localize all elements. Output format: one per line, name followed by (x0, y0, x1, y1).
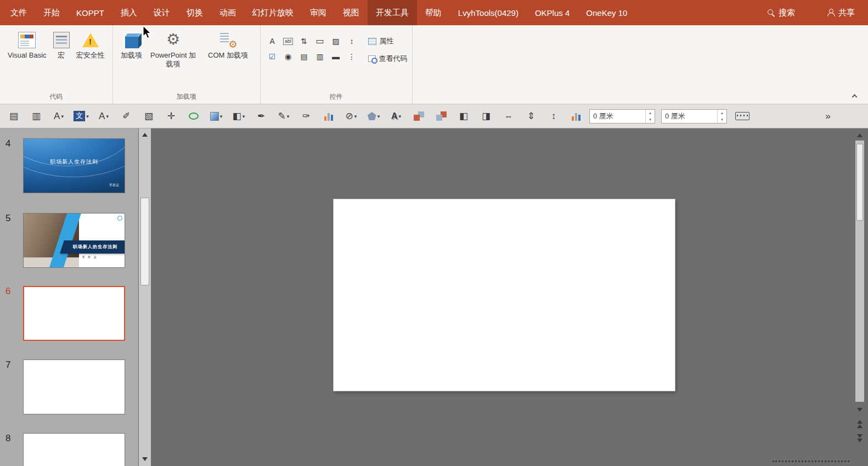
toggle-button-control[interactable]: ▬ (329, 49, 343, 64)
resize-height-icon[interactable]: ↕ (544, 107, 563, 126)
listbox-control[interactable]: ▤ (297, 49, 312, 64)
search-button[interactable]: 搜索 (760, 0, 802, 25)
height-input-spinner[interactable]: ▴▾ (717, 110, 726, 123)
ribbon-tab-14[interactable]: OneKey 10 (578, 0, 635, 25)
column-chart-icon[interactable] (319, 107, 338, 126)
canvas-scroll-down-button[interactable] (855, 404, 865, 415)
spin-up-icon[interactable]: ▴ (646, 110, 655, 116)
ribbon-tabs: 文件开始KOPPT插入设计切换动画幻灯片放映审阅视图开发工具帮助LvyhTool… (0, 0, 635, 25)
ribbon-tab-2[interactable]: KOPPT (68, 0, 112, 25)
image-control[interactable]: ▨ (329, 34, 343, 48)
ribbon-tab-12[interactable]: LvyhTools(0429) (450, 0, 527, 25)
view-code-label: 查看代码 (379, 54, 408, 64)
previous-slide-button[interactable] (855, 418, 865, 429)
slide-thumbnail-8[interactable] (23, 433, 125, 466)
macro-button[interactable]: 宏 (50, 29, 73, 62)
slide-canvas-area (151, 128, 868, 466)
bring-forward-icon[interactable] (409, 107, 428, 126)
thumbnail-scrollbar-thumb[interactable] (140, 198, 149, 285)
text-shadow-icon[interactable]: A▾ (387, 107, 405, 126)
slide-thumbnail-7[interactable] (23, 360, 125, 414)
paint-bucket-icon[interactable]: ◧▾ (229, 107, 248, 126)
visual-basic-button[interactable]: Visual Basic (4, 29, 50, 62)
ribbon-tab-10[interactable]: 开发工具 (368, 0, 417, 25)
spin-down-icon[interactable]: ▾ (646, 116, 655, 123)
distribute-vertical-icon[interactable]: ⇕ (522, 107, 540, 126)
width-input[interactable]: ▴▾ (589, 109, 655, 123)
scrollbar-control[interactable]: ↕ (345, 34, 359, 48)
picture-replace-icon[interactable]: ▧ (139, 107, 158, 126)
height-input-field[interactable] (662, 110, 717, 123)
spin-up-icon[interactable]: ▴ (718, 110, 726, 116)
thumbnail-scroll-up-button[interactable] (139, 130, 151, 139)
ribbon-tab-11[interactable]: 帮助 (417, 0, 450, 25)
slide-thumbnail-6[interactable] (23, 286, 125, 341)
spin-button-control[interactable]: ⇅ (297, 34, 312, 48)
share-button[interactable]: 共享 (820, 0, 868, 25)
macro-icon (53, 32, 70, 48)
oval-tool-icon[interactable] (184, 107, 203, 126)
view-code-button[interactable]: 查看代码 (368, 54, 408, 64)
no-fill-icon[interactable]: ⊘▾ (342, 107, 360, 126)
ribbon-tab-9[interactable]: 视图 (335, 0, 368, 25)
powerpoint-addins-button[interactable]: PowerPoint 加载项 (146, 29, 201, 70)
align-right-objects-icon[interactable]: ◨ (477, 107, 495, 126)
height-input[interactable]: ▴▾ (661, 109, 727, 123)
option-button-control[interactable]: ◉ (281, 49, 296, 64)
slide-thumbnail-4[interactable]: 职场新人生存法则李政达 (23, 138, 125, 193)
canvas-scroll-up-button[interactable] (855, 130, 865, 141)
ribbon-tab-0[interactable]: 文件 (2, 0, 35, 25)
width-input-field[interactable] (590, 110, 645, 123)
oval-tool-icon-shape (189, 113, 199, 120)
next-slide-button[interactable] (855, 433, 865, 443)
position-anchor-icon[interactable]: ✛ (162, 107, 181, 126)
send-backward-icon-shape (436, 111, 447, 121)
properties-button[interactable]: 属性 (368, 36, 408, 46)
text-style-picker[interactable]: A▾ (49, 107, 68, 126)
ribbon-tab-5[interactable]: 切换 (178, 0, 211, 25)
more-controls[interactable]: ⋮ (345, 49, 359, 64)
fill-color-swatch[interactable]: ▾ (207, 107, 226, 126)
slide-editing-surface[interactable] (334, 199, 675, 391)
distribute-columns-icon[interactable]: ▥ (27, 107, 46, 126)
canvas-scrollbar[interactable] (855, 141, 864, 402)
combobox-control[interactable]: ▥ (313, 49, 328, 64)
eyedropper-icon[interactable]: ✒ (252, 107, 270, 126)
canvas-scrollbar-thumb[interactable] (856, 144, 863, 221)
ribbon-tab-4[interactable]: 设计 (145, 0, 178, 25)
distribute-rows-icon[interactable]: ▤ (4, 107, 23, 126)
textbox-control[interactable]: abl (281, 34, 296, 48)
ribbon-tab-13[interactable]: OKPlus 4 (527, 0, 578, 25)
checkbox-control[interactable]: ☑ (265, 49, 280, 64)
ribbon-tab-1[interactable]: 开始 (35, 0, 68, 25)
send-backward-icon-square (436, 115, 442, 121)
pencil-tool-icon[interactable]: ✎▾ (274, 107, 293, 126)
send-backward-icon[interactable] (432, 107, 450, 126)
ribbon-tab-6[interactable]: 动画 (211, 0, 244, 25)
keyboard-icon[interactable] (733, 107, 752, 126)
toolbar-overflow[interactable]: » (819, 107, 837, 126)
label-control[interactable]: A (265, 34, 280, 48)
thumbnail-scroll-down-button[interactable] (139, 454, 151, 464)
shape-tool-icon[interactable]: ▾ (364, 107, 383, 126)
ribbon-tab-3[interactable]: 插入 (112, 0, 145, 25)
font-color-picker[interactable]: A▾ (94, 107, 113, 126)
thumbnail-scrollbar[interactable] (139, 128, 151, 466)
brush-icon[interactable]: ✐ (117, 107, 136, 126)
spin-down-icon[interactable]: ▾ (718, 116, 726, 123)
distribute-horizontal-icon[interactable]: ⇔ (499, 107, 518, 126)
cjk-font-picker-glyph: 文 (74, 111, 85, 121)
chart-size-icon[interactable] (567, 107, 585, 126)
cjk-font-picker[interactable]: 文▾ (72, 107, 91, 126)
ink-picker-icon[interactable]: ✑ (297, 107, 315, 126)
command-button-control[interactable]: ▭ (313, 34, 328, 48)
addins-button[interactable]: 加载项 (117, 29, 146, 62)
width-input-spinner[interactable]: ▴▾ (645, 110, 655, 123)
ribbon-tab-7[interactable]: 幻灯片放映 (244, 0, 302, 25)
collapse-ribbon-button[interactable] (849, 93, 859, 100)
ribbon-tab-8[interactable]: 审阅 (302, 0, 335, 25)
macro-security-button[interactable]: 宏安全性 (73, 29, 108, 62)
com-addins-button[interactable]: COM 加载项 (201, 29, 256, 62)
slide-thumbnail-5[interactable]: 职场新人的生存法则李 政 达 (23, 213, 125, 268)
align-left-objects-icon[interactable]: ◧ (454, 107, 473, 126)
